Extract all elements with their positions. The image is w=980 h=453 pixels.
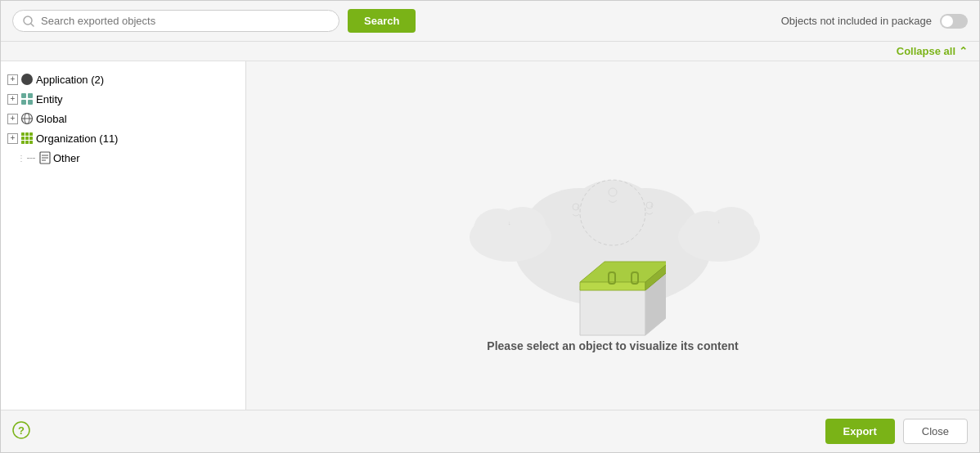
svg-text:↓: ↓ [508, 220, 511, 226]
empty-state-illustration: ↓ ↓ ↓ ↓ ↓ [449, 119, 776, 348]
tree-label-global: Global [36, 113, 67, 125]
svg-marker-42 [580, 286, 645, 335]
svg-text:?: ? [18, 424, 25, 437]
toggle-label: Objects not included in package [781, 15, 932, 27]
main-content: + Application (2) + Entity [1, 61, 979, 410]
expand-entity[interactable]: + [7, 94, 18, 105]
svg-line-1 [31, 24, 34, 26]
svg-rect-4 [28, 93, 33, 98]
header-bar: Search Objects not included in package [1, 1, 979, 42]
entity-icon [20, 92, 34, 105]
tree-item-organization[interactable]: + Organization (11) [1, 128, 245, 148]
expand-application[interactable]: + [7, 74, 18, 85]
tree-panel: + Application (2) + Entity [1, 61, 246, 410]
footer-buttons: Export Close [825, 419, 968, 444]
svg-rect-6 [28, 100, 33, 105]
application-icon [20, 73, 34, 86]
global-icon [20, 112, 34, 125]
export-button[interactable]: Export [825, 419, 895, 444]
tree-label-application: Application (2) [36, 74, 104, 86]
svg-point-2 [21, 74, 33, 85]
box-3d-svg [560, 241, 666, 348]
tree-item-other[interactable]: ⋮ Other [1, 148, 245, 168]
search-button[interactable]: Search [348, 9, 416, 33]
svg-rect-18 [29, 141, 33, 144]
tree-item-global[interactable]: + Global [1, 109, 245, 128]
svg-rect-15 [29, 137, 33, 140]
svg-point-33 [580, 180, 645, 245]
header-right: Objects not included in package [781, 14, 968, 29]
footer: ? Export Close [1, 410, 979, 452]
svg-rect-3 [21, 93, 26, 98]
svg-rect-14 [25, 137, 29, 140]
tree-label-entity: Entity [36, 93, 63, 105]
search-icon [23, 16, 34, 27]
collapse-all-label: Collapse all [897, 45, 955, 57]
chevron-up-icon: ⌃ [959, 45, 968, 57]
search-wrapper [12, 10, 339, 32]
svg-rect-12 [29, 132, 33, 136]
svg-rect-16 [21, 141, 25, 144]
svg-rect-11 [25, 132, 29, 136]
svg-rect-10 [21, 132, 25, 136]
other-icon [39, 151, 51, 164]
visualization-panel: ↓ ↓ ↓ ↓ ↓ [246, 61, 979, 410]
svg-text:↓: ↓ [717, 218, 721, 224]
svg-rect-17 [25, 141, 29, 144]
svg-rect-13 [21, 137, 25, 140]
help-icon[interactable]: ? [12, 421, 30, 442]
objects-not-included-toggle[interactable] [940, 14, 968, 29]
tree-item-entity[interactable]: + Entity [1, 89, 245, 109]
tree-label-organization: Organization (11) [36, 132, 118, 145]
tree-item-application[interactable]: + Application (2) [1, 70, 245, 89]
collapse-all-button[interactable]: Collapse all ⌃ [897, 45, 968, 57]
collapse-bar: Collapse all ⌃ [1, 42, 979, 61]
svg-rect-5 [21, 100, 26, 105]
tree-label-other: Other [53, 152, 80, 164]
svg-point-39 [609, 188, 617, 196]
expand-organization[interactable]: + [7, 133, 18, 144]
close-button[interactable]: Close [903, 419, 968, 444]
organization-icon [20, 132, 34, 145]
export-dialog: Search Objects not included in package C… [0, 0, 980, 453]
search-input[interactable] [41, 15, 329, 27]
expand-global[interactable]: + [7, 114, 18, 124]
